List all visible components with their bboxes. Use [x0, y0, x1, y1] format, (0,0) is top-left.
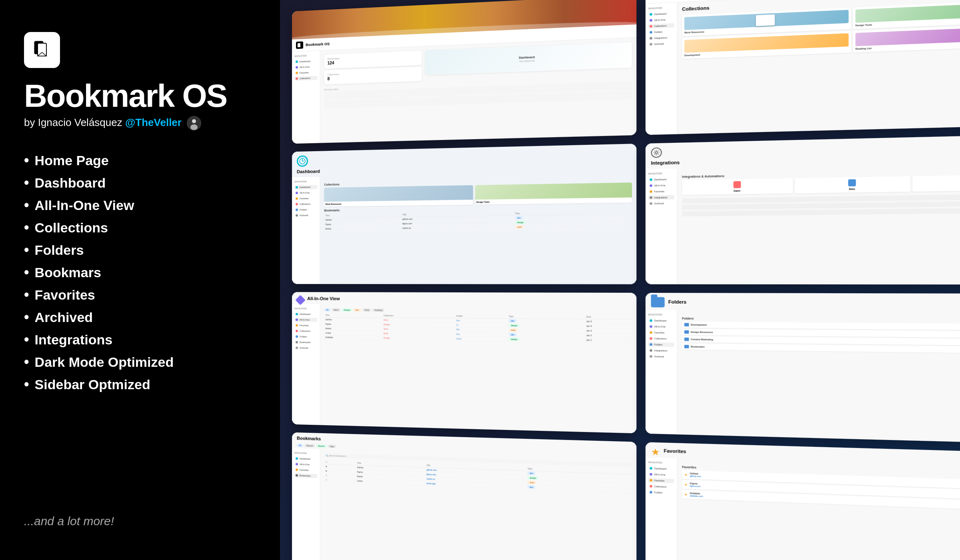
mini-sidebar-aio: Navigation Dashboard All-In-One Favorite… — [292, 304, 320, 425]
mini-nav-dashboard: Dashboard — [294, 59, 317, 64]
mini-dash-nav-1: Dashboard — [294, 185, 317, 189]
allinone-table: TitleCollectionFolderTagsDate GitHubWork… — [324, 313, 632, 343]
mini-dash-nav-2: All-In-One — [294, 190, 317, 195]
mini-int-nav-4: Integrations — [648, 195, 674, 200]
mini-bm-nav-4: Bookmarks — [294, 473, 317, 478]
folder-icon — [651, 297, 664, 308]
mini-sidebar: Navigation Dashboard All-In-One Favorite… — [292, 51, 320, 144]
feature-item-integrations: Integrations — [24, 331, 256, 348]
svg-point-5 — [192, 119, 196, 123]
mini-dash-nav-3: Favorites — [294, 196, 317, 201]
mini-aio-nav-7: Archived — [294, 346, 317, 350]
mini-fol-nav-3: Favorites — [648, 330, 674, 335]
feature-item-bookmarks: Bookmars — [24, 264, 256, 281]
screenshot-bookmarks: Bookmarks All Starred Recent Tags Naviga… — [292, 432, 636, 560]
mini-app-name: Bookmark OS — [306, 42, 330, 47]
mini-aio-nav-3: Favorites — [294, 323, 317, 328]
mini-col-nav-3: Collections — [648, 23, 674, 29]
mini-int-nav-3: Favorites — [648, 189, 674, 194]
mini-sidebar-fav: Navigation Dashboard All-In-One Favorite… — [646, 458, 678, 560]
collection-item-2: Design Tools — [853, 0, 960, 29]
mini-int-nav-5: Archived — [648, 201, 674, 206]
left-panel: Bookmark OS by Ignacio Velásquez @TheVel… — [0, 0, 280, 560]
feature-item-allinone: All-In-One View — [24, 197, 256, 214]
logo-area — [24, 32, 256, 68]
mini-fav-nav-3: Favorites — [648, 478, 674, 483]
mini-bm-nav-1: Dashboard — [294, 456, 317, 461]
mini-sidebar-col: Navigation Dashboard All-In-One Collecti… — [646, 2, 678, 135]
screenshot-integrations: Integrations Navigation Dashboard All-In… — [646, 134, 960, 285]
mini-sidebar-int: Navigation Dashboard All-In-One Favorite… — [646, 168, 678, 284]
favorites-title: Favorites — [664, 448, 686, 454]
mini-fol-nav-5: Folders — [648, 342, 674, 347]
allinone-title: All-In-One View — [307, 296, 340, 301]
mini-col-nav-4: Folders — [648, 29, 674, 34]
mini-fav-nav-5: Folders — [648, 490, 674, 495]
mini-aio-nav-6: Bookmarks — [294, 340, 317, 344]
mini-sidebar-bm: Navigation Dashboard All-In-One Favorite… — [292, 448, 320, 560]
mini-fol-nav-6: Integrations — [648, 348, 674, 353]
bookmarks-table: TitleURLTags GitHubgithub.comdev Figmafi… — [324, 210, 632, 231]
svg-point-12 — [655, 152, 658, 154]
feature-item-favorites: Favorites — [24, 286, 256, 303]
screenshot-favorites: ★ Favorites Navigation Dashboard All-In-… — [646, 442, 960, 560]
svg-point-6 — [190, 124, 198, 130]
mini-int-nav-2: All-In-One — [648, 183, 674, 188]
mini-nav-favorites: Favorites — [294, 70, 317, 75]
screenshot-collections-top: Collections Navigation Dashboard All-In-… — [646, 0, 960, 135]
feature-item-collections: Collections — [24, 219, 256, 236]
screenshot-allinone: All-In-One View Navigation Dashboard All… — [292, 292, 636, 433]
mini-fav-nav-4: Collections — [648, 484, 674, 489]
mini-dash-nav-4: Collections — [294, 202, 317, 206]
mini-fav-nav-1: Dashboard — [648, 466, 674, 471]
mini-col-nav-5: Integrations — [648, 35, 674, 40]
star-icon: ★ — [651, 446, 660, 458]
feature-item-dashboard: Dashboard — [24, 174, 256, 191]
by-text: by Ignacio Velásquez — [24, 116, 122, 128]
screenshot-dashboard: Dashboard Navigation Dashboard All-In-On… — [292, 144, 636, 284]
mini-aio-nav-4: Collections — [294, 329, 317, 333]
app-logo — [24, 32, 60, 68]
folders-title: Folders — [668, 299, 687, 304]
collection-item-3: Development — [682, 31, 851, 59]
mini-fol-nav-2: All-In-One — [648, 324, 674, 329]
feature-item-folders: Folders — [24, 242, 256, 258]
mini-bm-nav-3: Favorites — [294, 468, 317, 472]
mini-collections-title: Collections — [650, 0, 672, 1]
author-avatar — [187, 116, 201, 130]
mini-sidebar-fol: Navigation Dashboard All-In-One Favorite… — [646, 310, 678, 434]
feature-item-darkmode: Dark Mode Optimized — [24, 354, 256, 370]
mini-fav-nav-2: All-In-One — [648, 472, 674, 477]
mini-fol-nav-1: Dashboard — [648, 318, 674, 323]
mini-int-nav-1: Dashboard — [648, 177, 674, 182]
mini-col-nav-6: Archived — [648, 41, 674, 46]
mini-nav-allinone: All-In-One — [294, 64, 317, 69]
app-title: Bookmark OS — [24, 80, 256, 112]
mini-col-nav-1: Dashboard — [648, 11, 674, 17]
screenshot-folders: Folders Navigation Dashboard All-In-One … — [646, 293, 960, 444]
mini-fol-nav-7: Archived — [648, 354, 674, 359]
mini-sidebar-dash: Navigation Dashboard All-In-One Favorite… — [292, 177, 320, 284]
more-text: ...and a lot more! — [24, 498, 256, 528]
twitter-handle: @TheVeller — [125, 116, 182, 128]
mini-fol-nav-4: Collections — [648, 336, 674, 341]
mini-nav-collections: Collections — [294, 76, 317, 81]
mini-logo — [296, 41, 303, 49]
feature-item-homepage: Home Page — [24, 152, 256, 169]
mini-dash-nav-5: Folders — [294, 208, 317, 212]
mini-aio-nav-2: All-In-One — [294, 318, 317, 322]
screenshots-panel: Bookmark OS Navigation Dashboard All-In-… — [280, 0, 960, 560]
mini-col-nav-2: All-In-One — [648, 17, 674, 23]
feature-item-sidebar: Sidebar Optmized — [24, 376, 256, 393]
mini-aio-nav-1: Dashboard — [294, 312, 317, 316]
screenshot-main: Bookmark OS Navigation Dashboard All-In-… — [292, 0, 636, 144]
author-line: by Ignacio Velásquez @TheVeller — [24, 116, 256, 130]
clock-icon — [297, 155, 308, 167]
gear-icon — [651, 147, 662, 158]
mini-dash-nav-6: Archived — [294, 213, 317, 218]
mini-aio-nav-5: Folders — [294, 334, 317, 339]
mini-bm-nav-2: All-In-One — [294, 462, 317, 467]
feature-list: Home Page Dashboard All-In-One View Coll… — [24, 152, 256, 393]
feature-item-archived: Archived — [24, 309, 256, 326]
